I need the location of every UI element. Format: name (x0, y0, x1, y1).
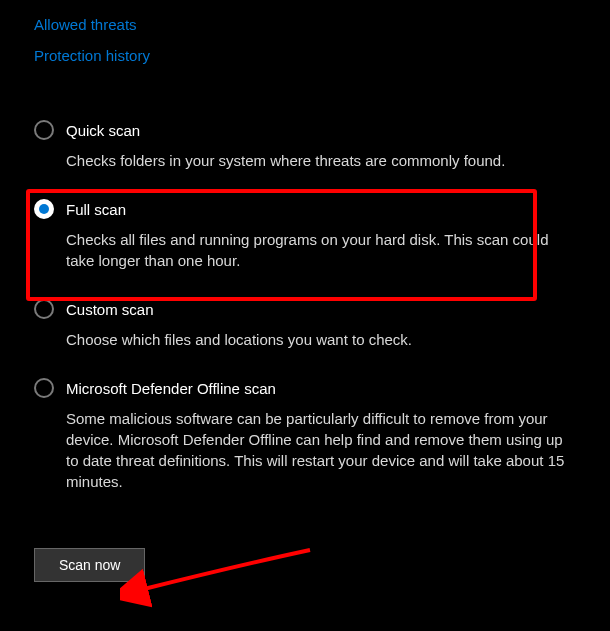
option-description: Some malicious software can be particula… (66, 408, 576, 492)
scan-now-button[interactable]: Scan now (34, 548, 145, 582)
radio-icon (34, 120, 54, 140)
option-title: Custom scan (66, 301, 154, 318)
option-title: Microsoft Defender Offline scan (66, 380, 276, 397)
option-description: Checks folders in your system where thre… (66, 150, 576, 171)
full-scan-option[interactable]: Full scan Checks all files and running p… (34, 199, 590, 271)
option-description: Checks all files and running programs on… (66, 229, 576, 271)
custom-scan-option[interactable]: Custom scan Choose which files and locat… (34, 299, 590, 350)
offline-scan-option[interactable]: Microsoft Defender Offline scan Some mal… (34, 378, 590, 492)
radio-icon (34, 378, 54, 398)
arrow-annotation (120, 545, 320, 610)
option-description: Choose which files and locations you wan… (66, 329, 576, 350)
option-title: Quick scan (66, 122, 140, 139)
option-title: Full scan (66, 201, 126, 218)
allowed-threats-link[interactable]: Allowed threats (34, 16, 610, 33)
radio-icon (34, 199, 54, 219)
quick-scan-option[interactable]: Quick scan Checks folders in your system… (34, 120, 590, 171)
protection-history-link[interactable]: Protection history (34, 47, 610, 64)
radio-icon (34, 299, 54, 319)
